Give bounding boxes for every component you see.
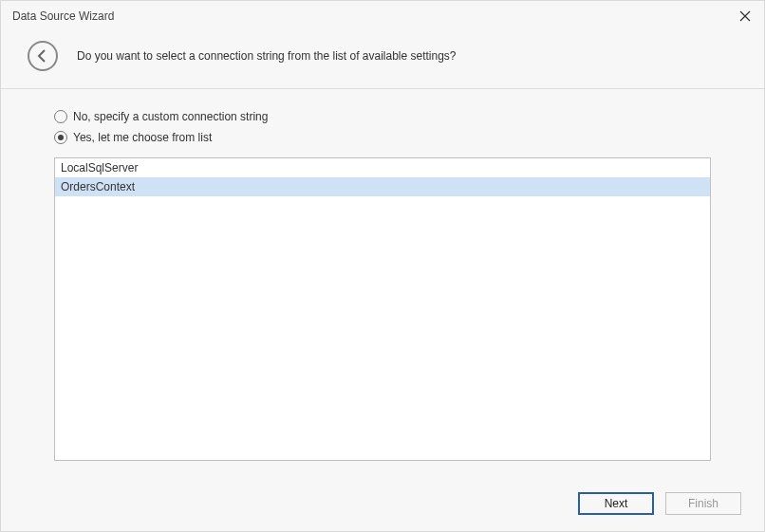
close-icon[interactable]	[737, 9, 753, 24]
radio-fromlist-label: Yes, let me choose from list	[73, 131, 212, 144]
radio-custom-connection[interactable]: No, specify a custom connection string	[54, 110, 711, 123]
connection-list[interactable]: LocalSqlServer OrdersContext	[54, 157, 711, 461]
footer: Next Finish	[1, 484, 764, 531]
radio-selected-dot	[58, 135, 64, 140]
radio-icon	[54, 131, 67, 144]
data-source-wizard-dialog: Data Source Wizard Do you want to select…	[0, 0, 765, 532]
radio-choose-from-list[interactable]: Yes, let me choose from list	[54, 131, 711, 144]
back-button[interactable]	[28, 41, 58, 71]
finish-button: Finish	[665, 492, 741, 515]
header-question: Do you want to select a connection strin…	[77, 49, 457, 63]
content-area: No, specify a custom connection string Y…	[1, 89, 764, 484]
list-item[interactable]: LocalSqlServer	[55, 158, 710, 177]
list-item[interactable]: OrdersContext	[55, 177, 710, 196]
radio-icon	[54, 110, 67, 123]
radio-custom-label: No, specify a custom connection string	[73, 110, 268, 123]
arrow-left-icon	[35, 48, 50, 64]
window-title: Data Source Wizard	[12, 9, 114, 23]
titlebar: Data Source Wizard	[1, 1, 764, 31]
header-row: Do you want to select a connection strin…	[1, 31, 764, 88]
next-button[interactable]: Next	[578, 492, 654, 515]
